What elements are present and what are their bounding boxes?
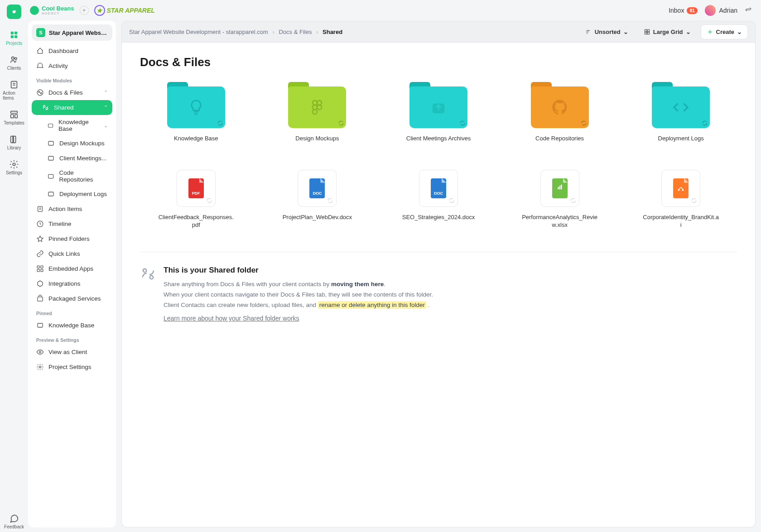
- svg-point-57: [143, 268, 147, 272]
- section-pinned: Pinned: [32, 306, 112, 318]
- svg-rect-20: [48, 124, 53, 127]
- svg-point-49: [317, 105, 322, 110]
- sidebar-embedded-apps[interactable]: Embedded Apps: [32, 261, 112, 276]
- folder-item[interactable]: Client Meetings Archives: [382, 82, 495, 143]
- sidebar-pinned-kb[interactable]: Knowledge Base: [32, 318, 112, 333]
- folder-icon: [288, 82, 346, 128]
- file-item[interactable]: DOC SEO_Strategies_2024.docx: [382, 170, 495, 229]
- sidebar-integrations[interactable]: Integrations: [32, 276, 112, 291]
- svg-rect-23: [48, 174, 53, 178]
- rail-templates[interactable]: Templates: [3, 107, 25, 128]
- svg-point-16: [39, 91, 40, 93]
- sidebar-docs-files[interactable]: Docs & Files ⌃: [32, 85, 112, 100]
- folder-item[interactable]: Design Mockups: [261, 82, 374, 143]
- user-menu[interactable]: Adrian: [705, 5, 737, 16]
- svg-rect-53: [559, 186, 560, 189]
- rail-clients[interactable]: Clients: [3, 52, 25, 73]
- share-icon: [140, 266, 156, 282]
- chevron-down-icon: ⌄: [104, 123, 108, 129]
- rail-projects[interactable]: Projects: [3, 27, 25, 48]
- rail-action-items[interactable]: Action Items: [3, 77, 25, 103]
- agency-selector[interactable]: Cool Beans AGENCY: [30, 5, 74, 15]
- svg-rect-13: [15, 115, 18, 118]
- create-button[interactable]: Create ⌄: [701, 24, 748, 39]
- svg-point-35: [39, 351, 41, 353]
- file-item[interactable]: CorporateIdentity_BrandKit.ai: [625, 170, 737, 229]
- file-thumbnail: [540, 170, 579, 207]
- sidebar-project-settings[interactable]: Project Settings: [32, 359, 112, 374]
- svg-point-56: [683, 189, 684, 190]
- sort-button[interactable]: Unsorted ⌄: [580, 25, 634, 39]
- inbox-button[interactable]: Inbox 81: [669, 7, 697, 14]
- sidebar-packaged-services[interactable]: Packaged Services: [32, 291, 112, 306]
- sidebar-client-meetings[interactable]: Client Meetings...: [32, 151, 112, 166]
- main-header: Star Apparel Website Development - stara…: [121, 21, 756, 43]
- shared-folder-info: This is your Shared folder Share anythin…: [140, 252, 737, 322]
- svg-rect-33: [38, 297, 43, 301]
- app-logo[interactable]: [7, 5, 21, 19]
- client-brand[interactable]: ★ STAR APPAREL: [94, 5, 155, 16]
- rail-settings[interactable]: Settings: [3, 157, 25, 178]
- svg-point-50: [313, 110, 317, 114]
- add-workspace-button[interactable]: +: [80, 6, 89, 15]
- sidebar-activity[interactable]: Activity: [32, 58, 112, 73]
- rail-library[interactable]: Library: [3, 132, 25, 153]
- file-grid: Knowledge Base Design Mockups Client Mee…: [140, 82, 737, 229]
- top-bar: Cool Beans AGENCY + ★ STAR APPAREL Inbox…: [28, 0, 761, 21]
- switch-icon[interactable]: [745, 6, 752, 15]
- sidebar-view-as-client[interactable]: View as Client: [32, 345, 112, 359]
- folder-icon: [531, 82, 589, 128]
- svg-rect-1: [15, 10, 16, 11]
- file-item[interactable]: PerformanceAnalytics_Review.xlsx: [504, 170, 616, 229]
- sidebar-dashboard[interactable]: Dashboard: [32, 43, 112, 58]
- file-thumbnail: DOC: [298, 170, 337, 207]
- sidebar-knowledge-base[interactable]: Knowledge Base ⌄: [32, 115, 112, 136]
- chevron-down-icon: ⌄: [737, 29, 742, 35]
- svg-rect-12: [11, 115, 14, 118]
- svg-rect-41: [647, 29, 649, 31]
- agency-logo-icon: [30, 6, 39, 15]
- svg-point-14: [13, 163, 15, 166]
- svg-rect-30: [41, 266, 43, 268]
- svg-rect-3: [14, 32, 17, 34]
- sidebar-deployment-logs[interactable]: Deployment Logs: [32, 187, 112, 201]
- file-item[interactable]: DOC ProjectPlan_WebDev.docx: [261, 170, 374, 229]
- avatar: [705, 5, 716, 16]
- sidebar-design-mockups[interactable]: Design Mockups: [32, 136, 112, 151]
- svg-point-36: [39, 366, 41, 368]
- svg-rect-42: [645, 32, 646, 34]
- svg-rect-34: [38, 323, 43, 327]
- chevron-up-icon: ⌃: [104, 90, 108, 96]
- folder-item[interactable]: Knowledge Base: [140, 82, 252, 143]
- main-area: Star Apparel Website Development - stara…: [121, 21, 756, 527]
- folder-item[interactable]: Code Repositories: [504, 82, 616, 143]
- sidebar-code-repos[interactable]: Code Repositories: [32, 166, 112, 187]
- folder-name: Client Meetings Archives: [406, 134, 471, 143]
- left-rail: Projects Clients Action Items Templates …: [0, 0, 28, 532]
- rail-feedback[interactable]: Feedback: [3, 511, 25, 532]
- view-mode-button[interactable]: Large Grid ⌄: [638, 25, 696, 39]
- folder-icon: [652, 82, 710, 128]
- inbox-badge: 81: [687, 7, 697, 14]
- section-visible-modules: Visible Modules: [32, 73, 112, 85]
- project-selector[interactable]: S Star Apparel Website Dev...: [32, 24, 112, 41]
- folder-item[interactable]: Deployment Logs: [625, 82, 737, 143]
- folder-name: Deployment Logs: [658, 134, 704, 143]
- breadcrumb[interactable]: Star Apparel Website Development - stara…: [129, 29, 342, 35]
- svg-rect-43: [647, 32, 649, 34]
- svg-rect-24: [48, 192, 53, 196]
- chevron-down-icon: ⌄: [623, 29, 628, 35]
- file-name: SEO_Strategies_2024.docx: [402, 213, 475, 221]
- svg-rect-5: [14, 35, 17, 38]
- sidebar-pinned-folders[interactable]: Pinned Folders: [32, 231, 112, 246]
- sidebar-shared[interactable]: Shared ⌃: [32, 100, 112, 115]
- sidebar-action-items[interactable]: Action Items: [32, 201, 112, 216]
- learn-more-link[interactable]: Learn more about how your Shared folder …: [164, 315, 299, 322]
- sidebar-quick-links[interactable]: Quick Links: [32, 246, 112, 261]
- svg-point-58: [150, 275, 154, 279]
- file-item[interactable]: PDF ClientFeedback_Responses.pdf: [140, 170, 252, 229]
- file-name: PerformanceAnalytics_Review.xlsx: [521, 213, 598, 229]
- svg-rect-54: [561, 184, 562, 189]
- svg-rect-32: [41, 269, 43, 272]
- sidebar-timeline[interactable]: Timeline: [32, 216, 112, 231]
